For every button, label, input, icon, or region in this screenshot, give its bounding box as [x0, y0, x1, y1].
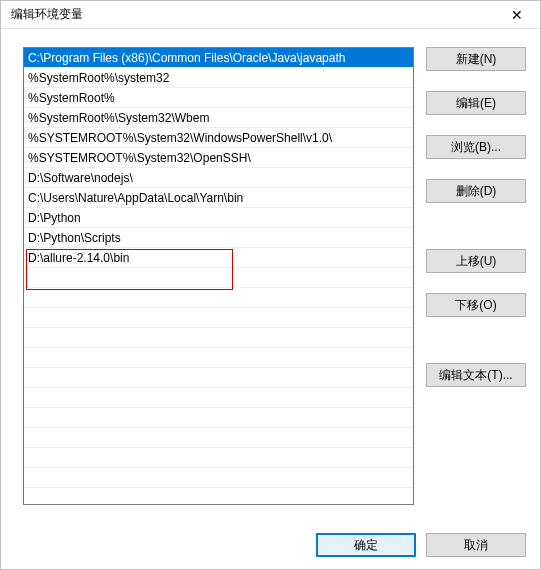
browse-button[interactable]: 浏览(B)...: [426, 135, 526, 159]
list-item[interactable]: [24, 448, 413, 468]
movedown-button[interactable]: 下移(O): [426, 293, 526, 317]
list-item[interactable]: [24, 268, 413, 288]
list-item[interactable]: [24, 288, 413, 308]
list-item[interactable]: D:\Python: [24, 208, 413, 228]
list-item[interactable]: %SystemRoot%\System32\Wbem: [24, 108, 413, 128]
ok-button[interactable]: 确定: [316, 533, 416, 557]
list-item[interactable]: %SYSTEMROOT%\System32\WindowsPowerShell\…: [24, 128, 413, 148]
content-area: C:\Program Files (x86)\Common Files\Orac…: [1, 29, 540, 525]
edittext-button[interactable]: 编辑文本(T)...: [426, 363, 526, 387]
list-item[interactable]: [24, 308, 413, 328]
list-item[interactable]: %SYSTEMROOT%\System32\OpenSSH\: [24, 148, 413, 168]
list-item[interactable]: [24, 408, 413, 428]
list-item[interactable]: [24, 388, 413, 408]
window-title: 编辑环境变量: [11, 6, 83, 23]
list-item[interactable]: [24, 368, 413, 388]
moveup-button[interactable]: 上移(U): [426, 249, 526, 273]
list-item[interactable]: [24, 328, 413, 348]
list-item[interactable]: C:\Program Files (x86)\Common Files\Orac…: [24, 48, 413, 68]
cancel-button[interactable]: 取消: [426, 533, 526, 557]
close-button[interactable]: ✕: [500, 4, 534, 26]
dialog-footer: 确定 取消: [1, 525, 540, 569]
path-listbox[interactable]: C:\Program Files (x86)\Common Files\Orac…: [23, 47, 414, 505]
list-item[interactable]: [24, 468, 413, 488]
close-icon: ✕: [511, 7, 523, 23]
list-item[interactable]: D:\allure-2.14.0\bin: [24, 248, 413, 268]
list-item[interactable]: C:\Users\Nature\AppData\Local\Yarn\bin: [24, 188, 413, 208]
dialog-window: 编辑环境变量 ✕ C:\Program Files (x86)\Common F…: [0, 0, 541, 570]
titlebar: 编辑环境变量 ✕: [1, 1, 540, 29]
list-item[interactable]: %SystemRoot%: [24, 88, 413, 108]
button-column: 新建(N) 编辑(E) 浏览(B)... 删除(D) 上移(U) 下移(O) 编…: [426, 47, 526, 515]
list-item[interactable]: [24, 348, 413, 368]
new-button[interactable]: 新建(N): [426, 47, 526, 71]
delete-button[interactable]: 删除(D): [426, 179, 526, 203]
list-item[interactable]: %SystemRoot%\system32: [24, 68, 413, 88]
list-item[interactable]: D:\Python\Scripts: [24, 228, 413, 248]
list-item[interactable]: D:\Software\nodejs\: [24, 168, 413, 188]
list-item[interactable]: [24, 428, 413, 448]
edit-button[interactable]: 编辑(E): [426, 91, 526, 115]
